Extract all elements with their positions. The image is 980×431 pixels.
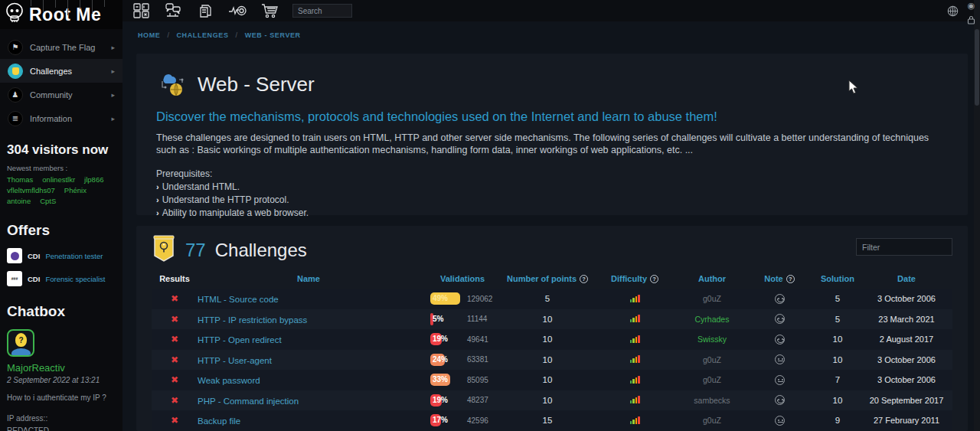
documents-icon[interactable] xyxy=(196,2,214,19)
solution-count[interactable]: 10 xyxy=(815,355,861,364)
avatar-head-icon: ? xyxy=(15,333,27,347)
challenge-link[interactable]: HTTP - IP restriction bypass xyxy=(198,315,307,325)
help-icon[interactable]: ? xyxy=(786,275,795,283)
member-link[interactable]: Thomas xyxy=(7,175,33,184)
help-icon[interactable]: ? xyxy=(650,275,658,283)
note-face-icon xyxy=(775,314,785,324)
points-cell: 10 xyxy=(505,396,590,405)
author-cell[interactable]: g0uZ xyxy=(680,294,744,303)
breadcrumb-separator: / xyxy=(236,31,238,39)
table-row: ✖ PHP - Command injection 19% 48237 10 s… xyxy=(152,390,952,411)
newest-members-label: Newest members : xyxy=(7,164,116,172)
ctf-activity-icon[interactable] xyxy=(228,2,247,19)
note-face-icon xyxy=(775,395,785,405)
solution-count[interactable]: 5 xyxy=(815,294,861,303)
sidebar-item-challenges[interactable]: Challenges▸ xyxy=(0,59,122,83)
hanging-decor-line xyxy=(43,0,44,12)
breadcrumb-link[interactable]: HOME xyxy=(138,31,160,39)
member-link[interactable]: jlp866 xyxy=(84,175,103,184)
challenge-link[interactable]: Backup file xyxy=(198,416,240,426)
logo[interactable]: Root Me xyxy=(0,0,122,29)
points-cell: 10 xyxy=(505,335,590,344)
difficulty-bars-icon xyxy=(630,395,640,403)
language-globe-icon[interactable] xyxy=(947,5,959,20)
chat-message-line: IP address:: xyxy=(7,413,116,425)
author-cell[interactable]: g0uZ xyxy=(680,375,744,384)
solution-count[interactable]: 9 xyxy=(815,416,861,425)
scrollbar[interactable] xyxy=(974,0,980,431)
filter-input[interactable] xyxy=(856,238,952,256)
challenge-link[interactable]: PHP - Command injection xyxy=(198,397,299,406)
column-header-date[interactable]: Date xyxy=(861,274,952,283)
solution-count[interactable]: 5 xyxy=(815,315,861,324)
shop-cart-icon[interactable] xyxy=(260,2,279,19)
difficulty-bars-icon xyxy=(630,294,640,302)
avatar[interactable]: ? xyxy=(7,329,34,357)
validation-pct: 24% xyxy=(433,355,448,364)
offer-link[interactable]: Forensic specialist xyxy=(45,275,105,283)
points-cell: 10 xyxy=(505,355,590,364)
record-dot-icon[interactable]: ◉ xyxy=(968,2,975,10)
forum-chat-icon[interactable] xyxy=(164,2,182,19)
column-header-solution[interactable]: Solution xyxy=(815,274,861,283)
challenge-link[interactable]: Weak password xyxy=(198,376,260,385)
offer-company-icon: ### xyxy=(7,271,22,286)
window-edge-icons: ◉ xyxy=(967,2,975,26)
result-failed-icon: ✖ xyxy=(152,314,198,325)
result-failed-icon: ✖ xyxy=(152,374,198,385)
solution-count[interactable]: 10 xyxy=(815,335,861,344)
column-header-name[interactable]: Name xyxy=(198,274,420,283)
column-header-results[interactable]: Results xyxy=(152,274,198,283)
lock-icon[interactable] xyxy=(967,15,975,26)
offer-contract-type: CDI xyxy=(28,252,40,260)
column-header-validations[interactable]: Validations xyxy=(420,274,505,283)
member-link[interactable]: Phénix xyxy=(64,186,87,194)
difficulty-cell xyxy=(590,335,680,344)
challenge-categories-icon[interactable] xyxy=(132,2,150,19)
column-header-author[interactable]: Author xyxy=(680,274,744,283)
validation-count: 85095 xyxy=(467,376,488,384)
date-cell: 3 October 2006 xyxy=(861,294,952,303)
breadcrumb-link[interactable]: WEB - SERVER xyxy=(245,31,301,39)
search-input[interactable] xyxy=(292,4,352,18)
challenge-count: 77 xyxy=(185,240,206,261)
sidebar-item-community[interactable]: ♟Community▸ xyxy=(0,83,122,106)
sidebar-item-information[interactable]: ≣Information▸ xyxy=(0,106,122,130)
member-link[interactable]: vfleltvmfldhs07 xyxy=(7,186,55,194)
challenge-link[interactable]: HTML - Source code xyxy=(198,295,279,304)
column-header-number-of-points[interactable]: Number of points? xyxy=(505,274,590,283)
chat-username-link[interactable]: MajorReactiv xyxy=(7,362,116,374)
scrollbar-thumb[interactable] xyxy=(975,29,979,106)
author-cell[interactable]: g0uZ xyxy=(680,416,744,425)
solution-count[interactable]: 10 xyxy=(815,396,861,405)
chatbox-title: Chatbox xyxy=(7,303,116,320)
skull-logo-icon xyxy=(5,2,24,27)
author-cell[interactable]: g0uZ xyxy=(680,355,744,364)
solution-count[interactable]: 7 xyxy=(815,375,861,384)
difficulty-bars-icon xyxy=(630,354,640,363)
member-link[interactable]: onlinestlkr xyxy=(42,175,75,184)
column-header-label: Number of points xyxy=(507,274,577,283)
table-row: ✖ Backup file 17% 42596 15 g0uZ 9 27 Feb… xyxy=(152,410,952,431)
member-link[interactable]: antoine xyxy=(7,197,31,205)
column-header-difficulty[interactable]: Difficulty? xyxy=(590,274,680,283)
author-cell[interactable]: Swissky xyxy=(680,335,744,344)
challenge-link[interactable]: HTTP - Open redirect xyxy=(198,335,282,344)
column-header-label: Author xyxy=(698,274,726,283)
author-cell[interactable]: Cyrhades xyxy=(680,315,744,324)
hanging-decor-line xyxy=(104,0,105,7)
challenge-badge-icon xyxy=(152,235,176,266)
offer-link[interactable]: Penetration tester xyxy=(45,252,103,260)
prerequisite-item: ›Understand HTML. xyxy=(156,181,948,192)
chat-message-line: REDACTED xyxy=(7,425,116,431)
column-header-note[interactable]: Note? xyxy=(744,274,815,283)
member-link[interactable]: CptS xyxy=(40,197,56,205)
author-cell[interactable]: sambecks xyxy=(680,396,744,405)
challenge-link[interactable]: HTTP - User-agent xyxy=(198,356,272,365)
help-icon[interactable]: ? xyxy=(580,275,588,283)
chat-message-block: IP address::REDACTEDis not authorized to… xyxy=(7,413,116,431)
breadcrumb-link[interactable]: CHALLENGES xyxy=(177,31,229,39)
newest-members-list: Thomasonlinestlkrjlp866vfleltvmfldhs07Ph… xyxy=(7,175,116,205)
validations-cell: 5% 11144 xyxy=(420,313,505,325)
sidebar-item-capture-the-flag[interactable]: ⚑Capture The Flag▸ xyxy=(0,35,122,59)
